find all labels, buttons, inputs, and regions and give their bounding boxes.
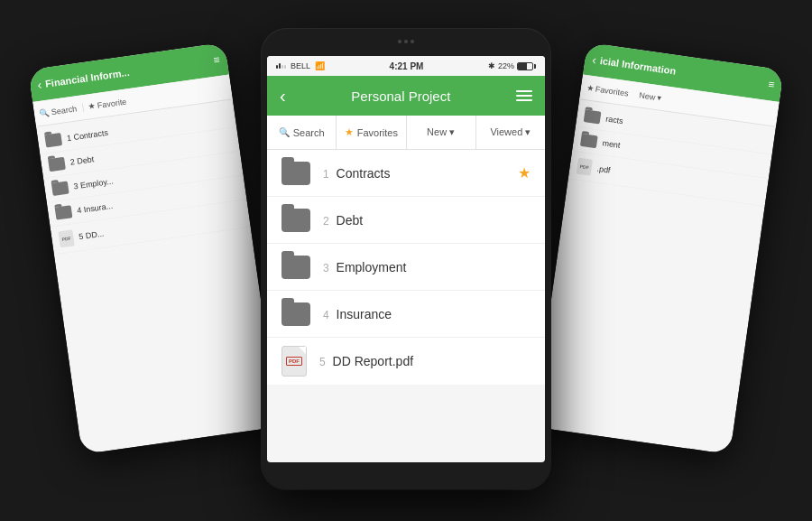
pdf-icon: PDF <box>58 229 74 247</box>
search-button[interactable]: 🔍 Search <box>267 116 337 149</box>
wifi-icon: 📶 <box>315 61 325 70</box>
left-screen: ‹ Financial Inform... ≡ 🔍 Search ★ Favor… <box>28 42 279 454</box>
left-header-title: Financial Inform... <box>44 67 130 89</box>
folder-icon <box>580 134 598 148</box>
folder-icon <box>584 109 602 124</box>
battery-tip <box>534 64 536 69</box>
battery-body <box>517 62 533 70</box>
right-back-icon: ‹ <box>591 52 597 67</box>
chevron-down-icon: ▾ <box>657 93 662 103</box>
file-item-insurance[interactable]: 4 Insurance <box>267 291 545 338</box>
menu-button[interactable] <box>516 90 532 101</box>
bluetooth-icon: ✱ <box>488 61 495 70</box>
carrier-label: BELL <box>291 61 310 70</box>
file-name: 4 Insurance <box>323 307 531 321</box>
pdf-icon: PDF <box>577 158 593 176</box>
scene: ‹ Financial Inform... ≡ 🔍 Search ★ Favor… <box>0 0 812 521</box>
folder-icon <box>51 181 69 196</box>
search-icon: 🔍 <box>39 107 50 117</box>
new-label: New ▾ <box>427 126 455 138</box>
folder-icon <box>44 133 62 147</box>
right-favorites-button[interactable]: ★ Favorites <box>580 82 634 98</box>
file-item-contracts[interactable]: 1 Contracts ★ <box>267 150 545 197</box>
camera-dot <box>411 40 414 43</box>
camera-dot <box>398 40 401 43</box>
left-menu-icon: ≡ <box>213 53 221 67</box>
signal-strength <box>276 63 286 69</box>
file-number: 4 <box>323 309 329 321</box>
search-icon: 🔍 <box>279 127 290 137</box>
file-number: 1 <box>323 168 329 181</box>
star-icon: ★ <box>586 83 594 93</box>
folder-icon <box>281 209 310 232</box>
right-screen: ‹ icial Information ≡ ★ Favorites New ▾ … <box>533 42 784 454</box>
status-bar: BELL 📶 4:21 PM ✱ 22% <box>267 56 545 76</box>
left-back-icon: ‹ <box>36 78 42 92</box>
status-left: BELL 📶 <box>276 61 325 70</box>
camera-dot <box>404 40 408 43</box>
menu-icon <box>516 99 532 101</box>
menu-icon <box>516 90 532 92</box>
star-badge: ★ <box>518 164 531 181</box>
folder-icon <box>55 205 73 219</box>
viewed-label: Viewed ▾ <box>490 126 531 138</box>
new-button[interactable]: New ▾ <box>407 116 476 149</box>
page-title: Personal Project <box>351 88 450 104</box>
signal-bar <box>276 65 278 69</box>
back-button[interactable]: ‹ <box>280 87 286 105</box>
signal-bar <box>284 65 286 69</box>
pdf-corner <box>299 347 306 354</box>
right-menu-icon: ≡ <box>768 78 776 91</box>
signal-bar <box>281 65 283 69</box>
star-icon: ★ <box>88 101 96 111</box>
status-time: 4:21 PM <box>390 61 424 71</box>
menu-icon <box>516 95 532 97</box>
left-favorites-button[interactable]: ★ Favorite <box>82 96 132 111</box>
file-item-employment[interactable]: 3 Employment <box>267 244 545 291</box>
folder-icon <box>48 157 66 172</box>
folder-icon <box>281 162 310 185</box>
left-search-button[interactable]: 🔍 Search <box>33 103 83 118</box>
pdf-icon <box>281 346 307 377</box>
left-file-list: 1 Contracts 2 Debt 3 Employ... 4 Insura.… <box>36 99 251 258</box>
right-new-button[interactable]: New ▾ <box>633 89 668 103</box>
viewed-button[interactable]: Viewed ▾ <box>476 116 545 149</box>
file-number: 5 <box>319 356 326 368</box>
file-name: 3 Employment <box>323 260 531 274</box>
file-name: 5 DD Report.pdf <box>319 354 531 368</box>
search-label: Search <box>293 127 325 138</box>
file-number: 3 <box>323 262 329 274</box>
folder-icon <box>281 256 310 279</box>
right-header-title: icial Information <box>599 55 677 77</box>
status-right: ✱ 22% <box>488 61 536 70</box>
battery-label: 22% <box>498 61 514 70</box>
left-tablet: ‹ Financial Inform... ≡ 🔍 Search ★ Favor… <box>28 42 279 454</box>
battery-fill <box>518 63 527 70</box>
file-name: 2 Debt <box>323 213 531 228</box>
file-name: 1 Contracts <box>323 166 531 181</box>
battery-icon <box>517 62 536 70</box>
app-header: ‹ Personal Project <box>267 76 545 116</box>
favorites-button[interactable]: ★ Favorites <box>337 116 406 149</box>
file-list: 1 Contracts ★ 2 Debt 3 <box>267 150 545 385</box>
favorites-label: Favorites <box>357 127 398 138</box>
signal-bar <box>279 63 281 69</box>
file-item-dd-report[interactable]: 5 DD Report.pdf <box>267 338 545 385</box>
file-item-debt[interactable]: 2 Debt <box>267 197 545 244</box>
camera-area <box>398 40 414 43</box>
main-tablet: BELL 📶 4:21 PM ✱ 22% ‹ <box>262 29 550 489</box>
main-screen: BELL 📶 4:21 PM ✱ 22% ‹ <box>267 56 545 462</box>
main-toolbar: 🔍 Search ★ Favorites New ▾ Viewed ▾ <box>267 116 545 150</box>
star-icon: ★ <box>345 126 354 138</box>
folder-icon <box>281 302 310 326</box>
file-number: 2 <box>323 215 329 228</box>
right-tablet: ‹ icial Information ≡ ★ Favorites New ▾ … <box>533 42 784 454</box>
